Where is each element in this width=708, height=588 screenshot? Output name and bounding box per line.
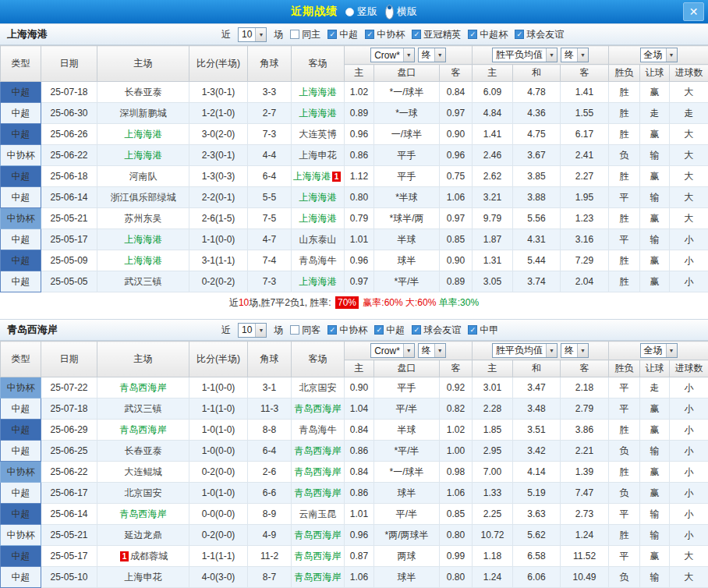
match-count-select[interactable]: 10▼ <box>238 27 267 42</box>
chevron-down-icon: ▼ <box>546 344 557 357</box>
checkbox-icon: ✓ <box>468 325 477 335</box>
filter-checkbox[interactable]: ✓亚冠精英 <box>412 28 461 41</box>
draw-odds: 4.78 <box>513 82 561 103</box>
odds-source-select[interactable]: Crow*▼ <box>370 343 415 358</box>
filter-checkbox[interactable]: ✓球会友谊 <box>412 324 461 337</box>
filter-checkbox[interactable]: ✓球会友谊 <box>515 28 564 41</box>
goals-result: 大 <box>670 145 708 166</box>
europe-odds-select-value: 胜平负均值 <box>493 344 546 357</box>
layout-radio-vertical[interactable]: 竖版 <box>345 5 377 19</box>
corner-score: 11-2 <box>248 546 292 567</box>
odds-source-group: Crow*▼终▼ <box>345 342 473 360</box>
match-score: 1-3(0-3) <box>189 166 248 187</box>
checkbox-icon: ✓ <box>468 30 477 39</box>
away-odds: 1.06 <box>440 483 473 504</box>
corner-score: 4-7 <box>248 229 292 250</box>
match-count-select[interactable]: 10▼ <box>238 323 267 338</box>
corner-score: 8-9 <box>248 504 292 525</box>
europe-time-select-value: 终 <box>561 48 577 62</box>
team-name-text: 上海海港 <box>299 276 337 287</box>
europe-time-select[interactable]: 终▼ <box>561 343 589 358</box>
team-name: 青岛西海岸 <box>0 323 221 337</box>
col-header: 角球 <box>248 46 292 82</box>
goals-result: 大 <box>670 546 708 567</box>
europe-time-select[interactable]: 终▼ <box>561 48 589 62</box>
match-result: 负 <box>609 441 640 462</box>
odds-time-select[interactable]: 终▼ <box>418 48 446 62</box>
europe-odds-select[interactable]: 胜平负均值▼ <box>492 343 558 358</box>
draw-odds: 3.47 <box>513 377 561 398</box>
match-type: 中超 <box>1 504 41 525</box>
odds-time-select[interactable]: 终▼ <box>418 343 446 358</box>
filter-checkbox[interactable]: 同主 <box>290 28 320 41</box>
away-team: 上海海港 <box>292 187 345 208</box>
home-team: 北京国安 <box>97 483 189 504</box>
home-odds: 1.01 <box>345 229 374 250</box>
team-name-text: 大连鲲城 <box>125 466 162 477</box>
match-date: 25-05-09 <box>41 250 97 271</box>
match-type: 中超 <box>1 567 41 588</box>
result-scope-select[interactable]: 全场▼ <box>640 48 678 62</box>
filter-checkbox[interactable]: ✓中协杯 <box>365 28 405 41</box>
away-team: 上海海港 <box>292 271 345 292</box>
checkbox-icon: ✓ <box>365 30 374 39</box>
odds-time-select-value: 终 <box>419 48 434 62</box>
close-icon[interactable]: ✕ <box>683 2 704 21</box>
team-name-text: 山东泰山 <box>299 234 337 245</box>
win-odds: 4.84 <box>473 103 513 124</box>
home-team: 武汉三镇 <box>97 398 189 420</box>
away-odds: 0.92 <box>440 377 473 398</box>
loss-odds: 2.18 <box>561 377 609 398</box>
team-name-text: 上海海港 <box>125 129 162 140</box>
filter-checkbox[interactable]: ✓中协杯 <box>327 324 367 337</box>
win-odds: 3.21 <box>473 187 513 208</box>
match-type: 中超 <box>1 229 41 250</box>
match-row: 中超25-05-17上海海港1-1(0-0)4-7山东泰山1.01半球0.851… <box>1 229 708 250</box>
corner-score: 4-9 <box>248 525 292 546</box>
goals-result: 小 <box>670 504 708 525</box>
team-name-text: 上海海港 <box>299 192 337 203</box>
filter-checkbox[interactable]: ✓中超杯 <box>468 28 508 41</box>
match-date: 25-06-22 <box>41 462 97 483</box>
match-date: 25-06-26 <box>41 124 97 145</box>
filter-checkbox[interactable]: ✓中超 <box>374 324 405 337</box>
col-header: 日期 <box>41 46 97 82</box>
team-name-text: 深圳新鹏城 <box>120 108 167 119</box>
loss-odds: 2.41 <box>561 145 609 166</box>
corner-score: 3-3 <box>248 82 292 103</box>
near-label: 近 <box>221 324 231 337</box>
team-name-text: 北京国安 <box>299 382 337 393</box>
home-odds: 0.86 <box>345 483 374 504</box>
sub-col-header: 盘口 <box>374 65 440 82</box>
filter-checkbox[interactable]: 同客 <box>290 324 320 337</box>
games-label: 场 <box>274 324 283 337</box>
corner-score: 6-4 <box>248 441 292 462</box>
match-date: 25-06-14 <box>41 187 97 208</box>
match-score: 1-0(1-0) <box>189 420 248 441</box>
layout-radio-horizontal[interactable]: 横版 <box>385 5 417 19</box>
home-odds: 1.01 <box>345 504 374 525</box>
sub-col-header: 胜负 <box>609 360 640 377</box>
away-team: 青岛西海岸 <box>292 525 345 546</box>
away-team: 云南玉昆 <box>292 504 345 525</box>
away-team: 上海海港 <box>292 103 345 124</box>
away-odds: 0.90 <box>440 250 473 271</box>
odds-source-group: Crow*▼终▼ <box>345 46 473 65</box>
europe-time-select-value: 终 <box>561 344 577 357</box>
loss-odds: 2.04 <box>561 271 609 292</box>
europe-odds-select[interactable]: 胜平负均值▼ <box>492 48 558 62</box>
team-name-text: 长春亚泰 <box>125 87 162 97</box>
filter-checkbox[interactable]: ✓中超 <box>327 28 358 41</box>
match-score: 1-3(0-1) <box>189 82 248 103</box>
match-row: 中协杯25-06-22大连鲲城0-2(0-0)2-6青岛西海岸0.84*一/球半… <box>1 462 708 483</box>
home-odds: 1.02 <box>345 82 374 103</box>
odds-source-select[interactable]: Crow*▼ <box>370 48 415 62</box>
summary-segment: 近 <box>229 296 239 310</box>
handicap-line: 球半 <box>374 250 440 271</box>
filter-checkbox[interactable]: ✓中甲 <box>468 324 498 337</box>
away-odds: 0.99 <box>440 546 473 567</box>
home-team: 延边龙鼎 <box>97 525 189 546</box>
corner-score: 7-3 <box>248 271 292 292</box>
home-team: 长春亚泰 <box>97 441 189 462</box>
result-scope-select[interactable]: 全场▼ <box>640 343 678 358</box>
